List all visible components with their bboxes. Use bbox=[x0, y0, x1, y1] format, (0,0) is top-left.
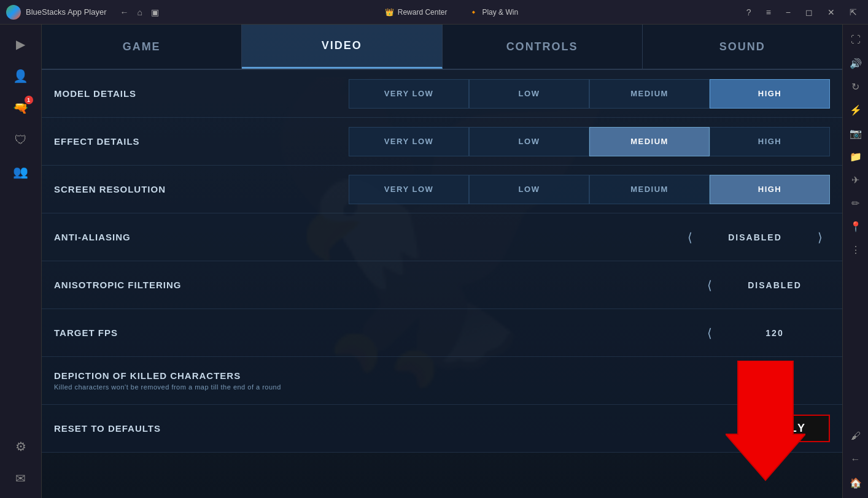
expand-btn[interactable]: ⇱ bbox=[845, 5, 862, 20]
setting-row-depiction: DEPICTION OF KILLED CHARACTERS Killed ch… bbox=[42, 357, 842, 405]
anisotropic-prev-btn[interactable]: ⟨ bbox=[700, 273, 719, 297]
sidebar-item-profile[interactable]: 👤 bbox=[7, 63, 34, 90]
profile-icon: 👤 bbox=[13, 69, 28, 83]
airplane-btn[interactable]: ✈ bbox=[845, 169, 866, 190]
anti-aliasing-value: DISABLED bbox=[700, 232, 810, 242]
bottom-row: RESET TO DEFAULTS APPLY bbox=[42, 405, 842, 453]
more-btn[interactable]: ⋮ bbox=[845, 239, 866, 260]
home2-btn[interactable]: 🏠 bbox=[845, 472, 866, 493]
tab-video[interactable]: VIDEO bbox=[242, 25, 442, 69]
app-logo bbox=[6, 5, 21, 20]
model-medium-btn[interactable]: MEDIUM bbox=[589, 79, 710, 109]
setting-row-target-fps: TARGET FPS ⟨ 120 bbox=[42, 309, 842, 357]
model-low-btn[interactable]: LOW bbox=[469, 79, 589, 109]
tabs-btn[interactable]: ▣ bbox=[149, 6, 161, 18]
effect-details-label: EFFECT DETAILS bbox=[54, 136, 349, 147]
main-layout: ▶ 👤 🔫 1 🛡 👥 ⚙ ✉ 🦅 bbox=[0, 25, 868, 498]
anisotropic-label: ANISOTROPIC FILTERING bbox=[54, 280, 349, 290]
brush-btn[interactable]: ✏ bbox=[845, 193, 866, 213]
sidebar-item-settings[interactable]: ⚙ bbox=[7, 433, 34, 460]
sidebar-item-play[interactable]: ▶ bbox=[7, 31, 34, 58]
setting-row-anti-aliasing: ANTI-ALIASING ⟨ DISABLED ⟩ bbox=[42, 213, 842, 261]
left-sidebar: ▶ 👤 🔫 1 🛡 👥 ⚙ ✉ bbox=[0, 25, 42, 498]
effect-medium-btn[interactable]: MEDIUM bbox=[589, 127, 710, 156]
play-icon: 🔸 bbox=[469, 8, 478, 17]
reward-center-btn[interactable]: 👑 Reward Center bbox=[380, 6, 452, 19]
friends-icon: 👥 bbox=[13, 164, 28, 179]
right-sidebar: ⛶ 🔊 ↻ ⚡ 📷 📁 ✈ ✏ 📍 ⋮ 🖌 ← 🏠 bbox=[842, 25, 868, 498]
anisotropic-value: DISABLED bbox=[719, 280, 830, 290]
reset-label: RESET TO DEFAULTS bbox=[54, 423, 738, 434]
title-bar-right: ? ≡ − ◻ ✕ ⇱ bbox=[742, 5, 862, 20]
back2-btn[interactable]: ← bbox=[845, 449, 866, 470]
maximize-btn[interactable]: ◻ bbox=[800, 5, 818, 20]
screen-resolution-buttons: VERY LOW LOW MEDIUM HIGH bbox=[349, 175, 830, 204]
shield-icon: 🛡 bbox=[15, 133, 27, 147]
target-fps-value: 120 bbox=[719, 328, 830, 338]
resolution-low-btn[interactable]: LOW bbox=[469, 175, 589, 204]
sidebar-item-shield[interactable]: 🛡 bbox=[7, 126, 34, 153]
folder-btn[interactable]: 📁 bbox=[845, 146, 866, 167]
setting-row-effect-details: EFFECT DETAILS VERY LOW LOW MEDIUM HIGH bbox=[42, 118, 842, 166]
screen-resolution-label: SCREEN RESOLUTION bbox=[54, 184, 349, 194]
setting-row-model-details: MODEL DETAILS VERY LOW LOW MEDIUM HIGH bbox=[42, 70, 842, 118]
menu-btn[interactable]: ≡ bbox=[761, 5, 776, 20]
sidebar-item-gun[interactable]: 🔫 1 bbox=[7, 94, 34, 121]
tab-controls[interactable]: CONTROLS bbox=[443, 25, 643, 69]
home-btn[interactable]: ⌂ bbox=[135, 6, 145, 18]
paint-btn[interactable]: 🖌 bbox=[845, 426, 866, 446]
target-fps-prev-btn[interactable]: ⟨ bbox=[700, 321, 719, 345]
anti-aliasing-prev-btn[interactable]: ⟨ bbox=[680, 225, 700, 250]
reward-icon: 👑 bbox=[385, 8, 394, 17]
title-nav: ← ⌂ ▣ bbox=[118, 6, 161, 18]
depiction-sublabel: Killed characters won't be removed from … bbox=[54, 383, 281, 391]
settings-content: MODEL DETAILS VERY LOW LOW MEDIUM HIGH E… bbox=[42, 70, 842, 498]
resolution-high-btn[interactable]: HIGH bbox=[710, 175, 830, 204]
content-area: 🦅 GAME VIDEO CONTROLS SOUND MODEL DETAIL… bbox=[42, 25, 842, 498]
mail-icon: ✉ bbox=[15, 471, 26, 486]
target-fps-label: TARGET FPS bbox=[54, 328, 349, 338]
anti-aliasing-selector: ⟨ DISABLED ⟩ bbox=[349, 225, 830, 250]
setting-row-screen-resolution: SCREEN RESOLUTION VERY LOW LOW MEDIUM HI… bbox=[42, 166, 842, 213]
tabs: GAME VIDEO CONTROLS SOUND bbox=[42, 25, 842, 70]
volume-btn[interactable]: 🔊 bbox=[845, 53, 866, 74]
anti-aliasing-next-btn[interactable]: ⟩ bbox=[810, 225, 830, 250]
apply-button[interactable]: APPLY bbox=[738, 415, 830, 442]
minimize-btn[interactable]: − bbox=[781, 5, 796, 20]
setting-row-anisotropic: ANISOTROPIC FILTERING ⟨ DISABLED bbox=[42, 261, 842, 309]
location-btn[interactable]: 📍 bbox=[845, 216, 866, 237]
tab-sound[interactable]: SOUND bbox=[643, 25, 842, 69]
fullscreen-btn[interactable]: ⛶ bbox=[845, 29, 866, 50]
close-btn[interactable]: ✕ bbox=[823, 5, 840, 20]
target-fps-selector: ⟨ 120 bbox=[349, 321, 830, 345]
anisotropic-selector: ⟨ DISABLED bbox=[349, 273, 830, 297]
fps-btn[interactable]: ⚡ bbox=[845, 99, 866, 120]
title-bar: BlueStacks App Player ← ⌂ ▣ 👑 Reward Cen… bbox=[0, 0, 868, 25]
settings-icon: ⚙ bbox=[15, 439, 26, 454]
effect-details-buttons: VERY LOW LOW MEDIUM HIGH bbox=[349, 127, 830, 156]
play-icon: ▶ bbox=[16, 37, 25, 52]
model-very-low-btn[interactable]: VERY LOW bbox=[349, 79, 469, 109]
effect-very-low-btn[interactable]: VERY LOW bbox=[349, 127, 469, 156]
depiction-label: DEPICTION OF KILLED CHARACTERS bbox=[54, 370, 349, 381]
sidebar-item-friends[interactable]: 👥 bbox=[7, 158, 34, 185]
title-bar-left: BlueStacks App Player ← ⌂ ▣ bbox=[6, 5, 161, 20]
effect-high-btn[interactable]: HIGH bbox=[710, 127, 830, 156]
title-bar-center: 👑 Reward Center 🔸 Play & Win bbox=[380, 6, 523, 19]
model-details-label: MODEL DETAILS bbox=[54, 88, 349, 99]
model-high-btn[interactable]: HIGH bbox=[710, 79, 830, 109]
sidebar-item-mail[interactable]: ✉ bbox=[7, 465, 34, 492]
resolution-medium-btn[interactable]: MEDIUM bbox=[589, 175, 710, 204]
resolution-very-low-btn[interactable]: VERY LOW bbox=[349, 175, 469, 204]
effect-low-btn[interactable]: LOW bbox=[469, 127, 589, 156]
model-details-buttons: VERY LOW LOW MEDIUM HIGH bbox=[349, 79, 830, 109]
play-win-btn[interactable]: 🔸 Play & Win bbox=[464, 6, 523, 19]
screenshot-btn[interactable]: 📷 bbox=[845, 123, 866, 144]
back-btn[interactable]: ← bbox=[118, 6, 131, 18]
tab-game[interactable]: GAME bbox=[42, 25, 242, 69]
help-btn[interactable]: ? bbox=[742, 5, 756, 20]
rotate-btn[interactable]: ↻ bbox=[845, 76, 866, 97]
gun-badge: 1 bbox=[25, 96, 33, 104]
anti-aliasing-label: ANTI-ALIASING bbox=[54, 232, 349, 242]
app-title: BlueStacks App Player bbox=[26, 7, 107, 17]
